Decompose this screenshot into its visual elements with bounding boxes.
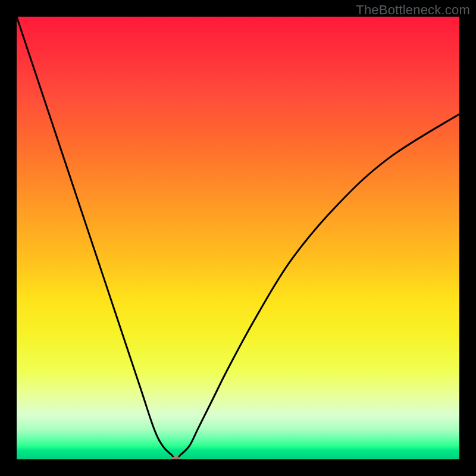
watermark-text: TheBottleneck.com	[356, 2, 470, 18]
chart-svg	[17, 17, 459, 459]
chart-area	[17, 17, 459, 459]
bottleneck-curve	[17, 17, 459, 459]
